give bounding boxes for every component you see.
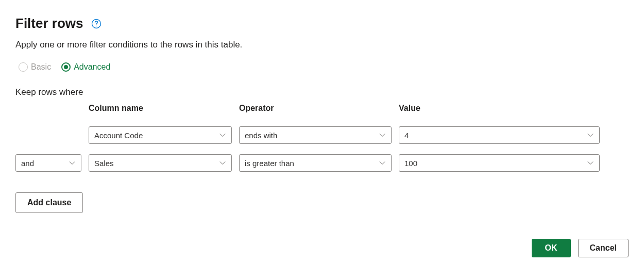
- column-select[interactable]: Sales: [89, 154, 232, 172]
- dialog-title: Filter rows: [15, 15, 83, 31]
- operator-select-value: is greater than: [245, 159, 375, 168]
- radio-circle-icon: [19, 62, 28, 72]
- keep-rows-label: Keep rows where: [15, 87, 629, 97]
- cancel-button[interactable]: Cancel: [578, 239, 629, 257]
- chevron-down-icon: [379, 159, 386, 167]
- header-column-name: Column name: [89, 104, 232, 113]
- chevron-down-icon: [587, 159, 594, 167]
- ok-button[interactable]: OK: [532, 239, 571, 257]
- radio-advanced-label: Advanced: [74, 62, 110, 72]
- chevron-down-icon: [587, 132, 594, 139]
- header-value: Value: [399, 104, 600, 113]
- logic-select[interactable]: and: [15, 154, 81, 172]
- help-icon[interactable]: [91, 19, 101, 29]
- logic-select-value: and: [21, 159, 64, 168]
- svg-point-1: [96, 25, 97, 26]
- column-select[interactable]: Account Code: [89, 126, 232, 144]
- operator-select-value: ends with: [245, 131, 375, 140]
- radio-basic-label: Basic: [31, 62, 51, 72]
- mode-radio-group: Basic Advanced: [15, 62, 629, 72]
- value-select-value: 100: [404, 159, 583, 168]
- column-select-value: Account Code: [94, 131, 215, 140]
- clauses-grid: Column name Operator Value Account Code …: [15, 104, 629, 172]
- dialog-description: Apply one or more filter conditions to t…: [15, 40, 629, 50]
- chevron-down-icon: [219, 159, 226, 167]
- value-select[interactable]: 4: [399, 126, 600, 144]
- chevron-down-icon: [219, 132, 226, 139]
- column-select-value: Sales: [94, 159, 215, 168]
- operator-select[interactable]: ends with: [239, 126, 392, 144]
- header-operator: Operator: [239, 104, 392, 113]
- dialog-footer: OK Cancel: [15, 239, 629, 257]
- add-clause-button[interactable]: Add clause: [15, 192, 83, 213]
- chevron-down-icon: [379, 132, 386, 139]
- operator-select[interactable]: is greater than: [239, 154, 392, 172]
- radio-circle-icon: [61, 62, 71, 72]
- radio-advanced[interactable]: Advanced: [61, 62, 110, 72]
- value-select[interactable]: 100: [399, 154, 600, 172]
- value-select-value: 4: [404, 131, 583, 140]
- chevron-down-icon: [69, 159, 76, 167]
- radio-basic[interactable]: Basic: [19, 62, 51, 72]
